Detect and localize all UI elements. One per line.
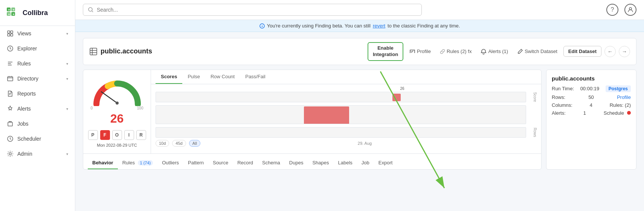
app-logo: Collibra <box>0 0 75 26</box>
badge-f[interactable]: F <box>100 130 110 140</box>
score-axis-label: Score <box>533 92 537 102</box>
profile-link[interactable]: Profile <box>617 94 631 100</box>
gauge-container <box>91 76 143 106</box>
sidebar-item-explorer[interactable]: Explorer <box>2 41 73 56</box>
rows-chart-row <box>156 105 526 124</box>
bottom-tab-rules[interactable]: Rules 1 (74) <box>118 157 158 169</box>
user-icon <box>627 7 633 13</box>
reports-icon <box>7 90 14 97</box>
sidebar-item-directory[interactable]: Directory ▾ <box>2 71 73 86</box>
header-actions: Enable Integration Profile Rules (2) fx … <box>368 42 630 61</box>
table-icon <box>89 47 98 56</box>
svg-point-17 <box>9 153 11 155</box>
score-chart-bar <box>392 94 401 101</box>
collibra-logo-icon <box>5 6 19 20</box>
svg-rect-6 <box>13 9 14 11</box>
sidebar-item-rules[interactable]: Rules ▾ <box>2 56 73 71</box>
edit-icon <box>517 49 523 55</box>
time-filter-45d[interactable]: 45d <box>172 140 186 147</box>
tab-scores[interactable]: Scores <box>156 70 182 84</box>
alerts-value: 1 <box>583 110 586 116</box>
rows-chart-bar <box>304 106 349 124</box>
dataset-header: public.accounts Enable Integration Profi… <box>83 38 636 65</box>
left-panel: 0 100 26 P F O I R Mon 2022-08-29 UTC <box>83 70 542 170</box>
schedule-status-dot <box>627 111 631 115</box>
info-icon <box>259 23 265 29</box>
bottom-tab-record[interactable]: Record <box>233 157 258 169</box>
score-chart-row: 26 Score <box>156 92 526 102</box>
badge-i[interactable]: I <box>124 130 134 140</box>
sidebar-item-scheduler[interactable]: Scheduler <box>2 132 73 146</box>
chart-area: 26 Score <box>151 84 541 150</box>
scheduler-icon <box>7 135 14 142</box>
time-filter-all[interactable]: All <box>189 140 200 147</box>
switch-dataset-action[interactable]: Switch Dataset <box>514 46 560 57</box>
sidebar-item-views[interactable]: Views ▾ <box>2 26 73 41</box>
forward-arrow-button[interactable]: → <box>619 46 630 57</box>
badge-r[interactable]: R <box>136 130 146 140</box>
time-filter-10d[interactable]: 10d <box>156 140 169 147</box>
edit-dataset-button[interactable]: Edit Dataset <box>563 46 601 57</box>
user-button[interactable] <box>624 4 636 16</box>
rules-action[interactable]: Rules (2) fx <box>437 46 475 56</box>
alerts-chevron: ▾ <box>66 107 68 111</box>
scheduler-label: Scheduler <box>17 136 41 142</box>
info-panel-title: public.accounts <box>552 75 631 82</box>
jobs-icon <box>7 120 14 127</box>
bottom-tab-outliers[interactable]: Outliers <box>157 157 183 169</box>
topbar-icons: ? <box>606 4 636 16</box>
banner-revert-link[interactable]: revert <box>373 23 385 29</box>
sidebar-item-reports[interactable]: Reports <box>2 87 73 101</box>
search-bar[interactable] <box>83 4 422 16</box>
badge-p[interactable]: P <box>88 130 98 140</box>
bottom-tab-behavior[interactable]: Behavior <box>88 157 118 169</box>
alerts-label: Alerts (1) <box>488 49 508 54</box>
enable-integration-button[interactable]: Enable Integration <box>368 42 403 61</box>
rules-label: Rules <box>17 61 31 67</box>
bottom-tab-job[interactable]: Job <box>357 157 374 169</box>
rows-value: 50 <box>588 94 594 100</box>
chart-controls: 10d 45d All 29. Aug <box>156 140 526 147</box>
dataset-title: public.accounts <box>89 47 362 56</box>
gauge-section: 0 100 26 P F O I R Mon 2022-08-29 UTC <box>83 70 151 153</box>
columns-label: Columns: <box>552 102 572 108</box>
rules-label: Rules (2) fx <box>447 49 472 54</box>
tab-pulse[interactable]: Pulse <box>182 70 205 84</box>
svg-point-19 <box>629 8 632 10</box>
bottom-tab-schema[interactable]: Schema <box>258 157 285 169</box>
bottom-tab-export[interactable]: Export <box>374 157 397 169</box>
tab-pass-fail[interactable]: Pass/Fail <box>240 70 270 84</box>
rules-icon <box>7 60 14 67</box>
bell-icon <box>481 49 487 55</box>
db-badge: Postgres <box>606 85 631 92</box>
columns-value: 4 <box>590 102 592 108</box>
switch-dataset-label: Switch Dataset <box>525 49 557 54</box>
sidebar-item-admin[interactable]: Admin ▾ <box>2 147 73 161</box>
explorer-label: Explorer <box>17 46 37 52</box>
bottom-tab-source[interactable]: Source <box>208 157 233 169</box>
right-panel: public.accounts Run Time: 00:00:19 Postg… <box>546 70 636 170</box>
sidebar-item-alerts[interactable]: Alerts ▾ <box>2 102 73 116</box>
rows-axis-label: Rows <box>533 128 537 137</box>
svg-rect-9 <box>8 31 10 33</box>
bottom-tab-labels[interactable]: Labels <box>333 157 357 169</box>
admin-chevron: ▾ <box>66 152 68 156</box>
bottom-tab-dupes[interactable]: Dupes <box>285 157 308 169</box>
bottom-tab-pattern[interactable]: Pattern <box>183 157 208 169</box>
svg-rect-11 <box>8 34 10 36</box>
badge-o[interactable]: O <box>112 130 122 140</box>
sidebar-item-jobs[interactable]: Jobs <box>2 117 73 131</box>
help-button[interactable]: ? <box>606 4 618 16</box>
bottom-tab-shapes[interactable]: Shapes <box>308 157 333 169</box>
rows-chart-bg <box>156 105 526 124</box>
score-chart-bg <box>156 92 526 102</box>
chart-section: Scores Pulse Row Count Pass/Fail 26 <box>151 70 541 153</box>
svg-rect-7 <box>8 14 10 15</box>
search-input[interactable] <box>97 7 417 13</box>
directory-icon <box>7 75 14 82</box>
back-arrow-button[interactable]: ← <box>604 46 616 57</box>
tab-row-count[interactable]: Row Count <box>205 70 240 84</box>
alerts-action[interactable]: Alerts (1) <box>478 46 511 57</box>
svg-rect-10 <box>11 31 13 33</box>
profile-action[interactable]: Profile <box>406 46 434 57</box>
